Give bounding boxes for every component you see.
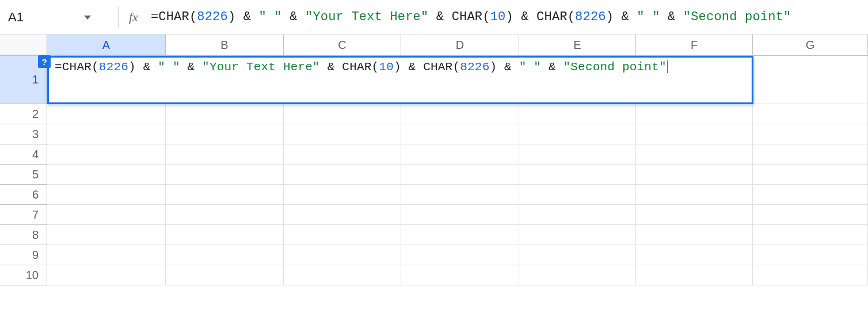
row-header-2[interactable]: 2	[0, 104, 47, 124]
cell-D2[interactable]	[401, 104, 519, 124]
cell-F4[interactable]	[636, 144, 753, 165]
cell-D4[interactable]	[401, 144, 519, 165]
formula-token: " "	[158, 60, 180, 74]
cell-D3[interactable]	[401, 124, 519, 144]
cell-A2[interactable]	[47, 104, 166, 124]
formula-token: &	[180, 60, 202, 74]
cell-B2[interactable]	[166, 104, 284, 124]
formula-token: 10	[490, 10, 506, 24]
cell-C2[interactable]	[284, 104, 401, 124]
cell-B9[interactable]	[166, 245, 284, 265]
cell-E7[interactable]	[519, 205, 636, 225]
cell-A7[interactable]	[47, 205, 166, 225]
cell-F2[interactable]	[636, 104, 753, 124]
column-header-c[interactable]: C	[284, 35, 401, 55]
cell-D7[interactable]	[401, 205, 519, 225]
cell-F8[interactable]	[636, 225, 753, 245]
cell-F7[interactable]	[636, 205, 753, 225]
cell-G9[interactable]	[753, 245, 868, 265]
cell-C3[interactable]	[284, 124, 401, 144]
cell-B10[interactable]	[166, 265, 284, 285]
row-header-10[interactable]: 10	[0, 265, 47, 285]
cell-B4[interactable]	[166, 144, 284, 165]
cell-A3[interactable]	[47, 124, 166, 144]
column-header-g[interactable]: G	[753, 35, 868, 55]
cell-G7[interactable]	[753, 205, 868, 225]
formula-help-icon[interactable]: ?	[38, 55, 51, 68]
cell-F5[interactable]	[636, 165, 753, 185]
cell-F6[interactable]	[636, 185, 753, 205]
row-header-4[interactable]: 4	[0, 144, 47, 165]
column-header-d[interactable]: D	[401, 35, 519, 55]
row-header-5[interactable]: 5	[0, 165, 47, 185]
column-header-e[interactable]: E	[519, 35, 636, 55]
formula-token: &	[513, 10, 536, 24]
cell-C6[interactable]	[284, 185, 401, 205]
cell-D6[interactable]	[401, 185, 519, 205]
cell-formula-text[interactable]: =CHAR(8226) & " " & "Your Text Here" & C…	[55, 60, 746, 74]
cell-E8[interactable]	[519, 225, 636, 245]
cell-B6[interactable]	[166, 185, 284, 205]
cell-E2[interactable]	[519, 104, 636, 124]
cell-E6[interactable]	[519, 185, 636, 205]
cell-E10[interactable]	[519, 265, 636, 285]
row-header-3[interactable]: 3	[0, 124, 47, 144]
cell-B8[interactable]	[166, 225, 284, 245]
cell-F3[interactable]	[636, 124, 753, 144]
row-header-8[interactable]: 8	[0, 225, 47, 245]
cell-F10[interactable]	[636, 265, 753, 285]
cell-C10[interactable]	[284, 265, 401, 285]
cell-C5[interactable]	[284, 165, 401, 185]
cell-D8[interactable]	[401, 225, 519, 245]
cell-A8[interactable]	[47, 225, 166, 245]
row-header-7[interactable]: 7	[0, 205, 47, 225]
column-header-b[interactable]: B	[166, 35, 284, 55]
cell-A9[interactable]	[47, 245, 166, 265]
cell-B7[interactable]	[166, 205, 284, 225]
formula-token: (	[452, 60, 460, 74]
cell-G4[interactable]	[753, 144, 868, 165]
cell-C9[interactable]	[284, 245, 401, 265]
formula-token: CHAR	[158, 10, 189, 24]
column-header-f[interactable]: F	[636, 35, 753, 55]
cell-F9[interactable]	[636, 245, 753, 265]
cell-G1[interactable]	[753, 56, 868, 104]
row-cells	[47, 265, 868, 285]
cell-D5[interactable]	[401, 165, 519, 185]
cell-D9[interactable]	[401, 245, 519, 265]
formula-token: "Your Text Here"	[202, 60, 320, 74]
cell-D10[interactable]	[401, 265, 519, 285]
formula-token: "Second point"	[683, 10, 791, 24]
cell-C7[interactable]	[284, 205, 401, 225]
cell-A5[interactable]	[47, 165, 166, 185]
cell-G3[interactable]	[753, 124, 868, 144]
name-box-input[interactable]	[7, 9, 82, 25]
cell-B5[interactable]	[166, 165, 284, 185]
formula-token: =	[55, 60, 62, 74]
cell-A10[interactable]	[47, 265, 166, 285]
cell-A4[interactable]	[47, 144, 166, 165]
cell-C8[interactable]	[284, 225, 401, 245]
cell-C4[interactable]	[284, 144, 401, 165]
cell-G10[interactable]	[753, 265, 868, 285]
row-header-6[interactable]: 6	[0, 185, 47, 205]
formula-token: )	[128, 60, 136, 74]
cell-G6[interactable]	[753, 185, 868, 205]
formula-bar[interactable]: =CHAR(8226) & " " & "Your Text Here" & C…	[151, 10, 862, 24]
active-cell-editor[interactable]: =CHAR(8226) & " " & "Your Text Here" & C…	[47, 56, 753, 104]
cell-G8[interactable]	[753, 225, 868, 245]
cell-A6[interactable]	[47, 185, 166, 205]
cell-E9[interactable]	[519, 245, 636, 265]
column-header-a[interactable]: A	[47, 35, 166, 55]
cell-E5[interactable]	[519, 165, 636, 185]
name-box-dropdown-icon[interactable]	[84, 16, 91, 20]
cell-E3[interactable]	[519, 124, 636, 144]
select-all-corner[interactable]	[0, 35, 47, 55]
row-header-9[interactable]: 9	[0, 245, 47, 265]
name-box-container[interactable]	[7, 0, 108, 34]
formula-token: 8226	[197, 10, 228, 24]
cell-B3[interactable]	[166, 124, 284, 144]
cell-G2[interactable]	[753, 104, 868, 124]
cell-G5[interactable]	[753, 165, 868, 185]
cell-E4[interactable]	[519, 144, 636, 165]
